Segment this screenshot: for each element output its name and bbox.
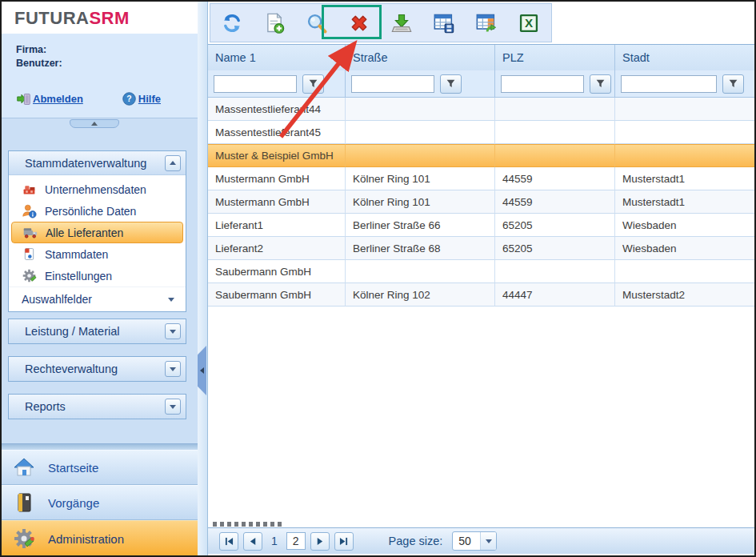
cell-name1[interactable]: Saubermann GmbH — [208, 283, 346, 307]
cell-strasse[interactable]: Berliner Straße 66 — [346, 214, 495, 237]
table-row-selected[interactable]: Muster & Beispiel GmbH — [208, 144, 756, 167]
column-header-plz[interactable]: PLZ — [495, 45, 615, 70]
table-row[interactable]: Lieferant1 Berliner Straße 66 65205 Wies… — [208, 214, 756, 237]
cell-name1[interactable]: Saubermann GmbH — [208, 260, 346, 283]
prev-page-button[interactable] — [243, 532, 262, 551]
cell-plz[interactable] — [495, 121, 615, 144]
splitter-collapse-handle[interactable] — [198, 346, 206, 395]
first-page-button[interactable] — [219, 532, 238, 551]
refresh-button[interactable] — [217, 7, 247, 39]
page-size-dropdown[interactable]: 50 — [452, 531, 497, 551]
filter-button-plz[interactable] — [590, 74, 611, 94]
cell-plz[interactable]: 44559 — [495, 167, 615, 190]
cell-name1[interactable]: Lieferant2 — [208, 237, 346, 260]
cell-stadt[interactable] — [615, 121, 756, 144]
filter-button-name1[interactable] — [302, 74, 324, 94]
grid-save-button[interactable] — [429, 7, 459, 39]
cell-stadt[interactable]: Musterstadt1 — [615, 167, 756, 190]
cell-strasse[interactable]: Kölner Ring 101 — [346, 190, 495, 214]
panel-expand-button[interactable] — [165, 399, 181, 415]
cell-strasse[interactable]: Kölner Ring 102 — [346, 283, 495, 307]
panel-expand-button[interactable] — [165, 323, 181, 339]
cell-strasse[interactable] — [346, 121, 495, 144]
nav-item-vorgaenge[interactable]: Vorgänge — [2, 485, 198, 520]
sidebar-collapse-tab[interactable] — [70, 119, 119, 128]
panel-header-reports[interactable]: Reports — [9, 395, 186, 419]
column-header-stadt[interactable]: Stadt — [615, 45, 756, 70]
filter-input-name1[interactable] — [214, 75, 297, 93]
chevron-down-icon — [170, 405, 176, 409]
next-page-button[interactable] — [310, 532, 330, 551]
table-row[interactable]: Saubermann GmbH — [208, 260, 756, 283]
cell-plz[interactable]: 65205 — [495, 214, 615, 237]
panel-collapse-button[interactable] — [165, 155, 181, 171]
search-button[interactable] — [302, 7, 332, 39]
clipped-row-remnant — [213, 522, 283, 527]
page-number-1[interactable]: 1 — [267, 535, 282, 547]
nav-item-startseite[interactable]: Startseite — [2, 450, 198, 485]
table-row[interactable]: Mustermann GmbH Kölner Ring 101 44559 Mu… — [208, 167, 756, 190]
cell-name1[interactable]: Lieferant1 — [208, 214, 346, 237]
new-document-button[interactable] — [259, 7, 290, 39]
cell-name1[interactable]: Mustermann GmbH — [208, 190, 346, 214]
help-link[interactable]: ? Hilfe — [122, 91, 161, 106]
cell-name1[interactable]: Muster & Beispiel GmbH — [208, 144, 346, 167]
logout-link-label[interactable]: Abmelden — [33, 93, 83, 105]
cell-stadt[interactable]: Musterstadt2 — [615, 283, 756, 307]
cell-plz[interactable] — [495, 98, 615, 121]
panel-header-rechteverwaltung[interactable]: Rechteverwaltung — [9, 357, 186, 381]
cell-stadt[interactable] — [615, 144, 756, 167]
cell-stadt[interactable]: Wiesbaden — [615, 214, 756, 237]
cell-strasse[interactable] — [346, 98, 495, 121]
cell-stadt[interactable]: Wiesbaden — [615, 237, 756, 260]
sidebar-item-persoenliche-daten[interactable]: Persönliche Daten — [9, 200, 186, 222]
cell-name1[interactable]: Massentestlieferant45 — [208, 121, 346, 144]
sidebar-item-einstellungen[interactable]: Einstellungen — [9, 265, 186, 287]
cell-stadt[interactable] — [615, 98, 756, 121]
panel-header-stammdatenverwaltung[interactable]: Stammdatenverwaltung — [9, 151, 186, 175]
table-row[interactable]: Mustermann GmbH Kölner Ring 101 44559 Mu… — [208, 190, 756, 214]
panel-header-leistung-material[interactable]: Leistung / Material — [9, 319, 186, 343]
cell-strasse[interactable] — [346, 260, 495, 283]
filter-input-plz[interactable] — [501, 75, 584, 93]
sidebar-item-alle-lieferanten[interactable]: Alle Lieferanten — [11, 222, 183, 243]
panel-expand-button[interactable] — [165, 361, 181, 377]
cell-name1[interactable]: Massentestlieferant44 — [208, 98, 346, 121]
table-row[interactable]: Saubermann GmbH Kölner Ring 102 44447 Mu… — [208, 283, 756, 307]
cell-strasse[interactable] — [346, 144, 495, 167]
table-row[interactable]: Massentestlieferant44 — [208, 98, 756, 121]
company-icon — [22, 182, 37, 197]
help-link-label[interactable]: Hilfe — [138, 93, 161, 105]
filter-button-strasse[interactable] — [440, 74, 462, 94]
cell-plz[interactable]: 65205 — [495, 237, 615, 260]
sidebar-item-auswahlfelder[interactable]: Auswahlfelder — [9, 287, 186, 311]
column-header-strasse[interactable]: Straße — [346, 45, 495, 70]
nav-item-administration[interactable]: Administration — [2, 520, 198, 557]
logout-link[interactable]: Abmelden — [16, 91, 83, 106]
sidebar-splitter[interactable] — [198, 2, 208, 555]
filter-input-strasse[interactable] — [351, 75, 434, 93]
cell-name1[interactable]: Mustermann GmbH — [208, 167, 346, 190]
grid-toolbar: X — [210, 3, 552, 42]
cell-plz[interactable] — [495, 260, 615, 283]
filter-input-stadt[interactable] — [621, 75, 717, 93]
cell-stadt[interactable]: Musterstadt1 — [615, 190, 756, 214]
column-header-name1[interactable]: Name 1 — [208, 45, 346, 70]
cell-stadt[interactable] — [615, 260, 756, 283]
table-row[interactable]: Lieferant2 Berliner Straße 68 65205 Wies… — [208, 237, 756, 260]
cell-plz[interactable] — [495, 144, 615, 167]
filter-button-stadt[interactable] — [722, 74, 744, 94]
filter-cell-strasse — [346, 70, 495, 97]
last-page-button[interactable] — [334, 532, 354, 551]
sidebar-item-stammdaten[interactable]: Stammdaten — [9, 243, 186, 265]
cell-plz[interactable]: 44447 — [495, 283, 615, 307]
sidebar-item-unternehmensdaten[interactable]: Unternehmensdaten — [9, 178, 186, 200]
import-button[interactable] — [386, 7, 417, 39]
grid-export-button[interactable] — [471, 7, 502, 39]
cell-plz[interactable]: 44559 — [495, 190, 615, 214]
table-row[interactable]: Massentestlieferant45 — [208, 121, 756, 144]
delete-button[interactable] — [344, 7, 374, 39]
excel-export-button[interactable]: X — [514, 7, 544, 39]
cell-strasse[interactable]: Kölner Ring 101 — [346, 167, 495, 190]
cell-strasse[interactable]: Berliner Straße 68 — [346, 237, 495, 260]
